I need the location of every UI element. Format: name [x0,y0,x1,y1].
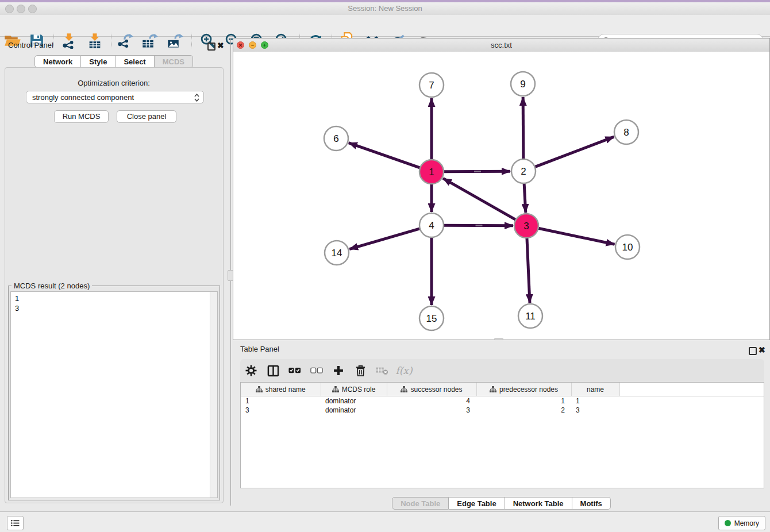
control-panel-close-icon[interactable]: ✖ [217,41,224,49]
table-row[interactable]: 1dominator411 [241,396,764,406]
table-tab-edge-table[interactable]: Edge Table [449,497,505,510]
table-row[interactable]: 3dominator323 [241,406,764,415]
deselect-all-icon [310,367,323,374]
cell-filler [619,406,764,415]
table-tab-network-table[interactable]: Network Table [505,497,572,510]
column-header-predecessor_nodes[interactable]: predecessor nodes [476,383,571,396]
attribute-tree-icon [332,386,339,392]
graph-edge-2-3[interactable] [524,183,526,213]
graph-node-label: 10 [622,242,633,253]
graph-node-label: 8 [623,127,629,138]
attribute-tree-icon [256,386,263,392]
optimization-label: Optimization criterion: [0,79,228,87]
stepper-icon [194,92,200,105]
network-zoom-button[interactable]: + [261,41,268,49]
cell-predecessor_nodes[interactable]: 2 [476,406,571,415]
graph-node-label: 15 [426,313,437,324]
column-header-name[interactable]: name [571,383,619,396]
memory-label: Memory [734,519,759,527]
graph-edge-1-6[interactable] [349,143,420,168]
table-panel-float-icon[interactable] [749,347,757,355]
table-tab-node-table[interactable]: Node Table [392,497,449,510]
cell-successor_nodes[interactable]: 3 [387,406,476,415]
graph-node-label: 4 [429,220,434,231]
table-panel-close-icon[interactable]: ✖ [759,346,765,354]
column-header-shared_name[interactable]: shared name [241,383,321,396]
list-icon [10,519,20,527]
cell-shared_name[interactable]: 3 [241,406,321,415]
mcds-result-area[interactable]: 13 [10,291,218,498]
network-minimize-button[interactable]: − [249,41,256,49]
graph-node-label: 7 [429,80,434,91]
select-all-button[interactable] [284,359,306,382]
main-toolbar [0,15,770,37]
cell-name[interactable]: 3 [571,406,619,415]
cell-shared_name[interactable]: 1 [241,396,321,406]
column-header-filler [619,383,764,396]
attribute-tree-icon [401,386,407,392]
cell-mcds_role[interactable]: dominator [321,406,387,415]
column-header-label: shared name [265,385,306,394]
close-panel-button[interactable]: Close panel [117,110,176,123]
network-window-titlebar: scc.txt ✕ − + [233,38,769,52]
graph-edge-3-11[interactable] [527,238,530,303]
split-view-icon [267,365,279,377]
tab-mcds[interactable]: MCDS [155,55,193,68]
add-column-button[interactable] [328,359,349,382]
control-panel-title: Control Panel [8,41,53,49]
cell-predecessor_nodes[interactable]: 1 [476,396,571,406]
function-builder-button[interactable]: f(x) [393,359,415,382]
cell-name[interactable]: 1 [571,396,619,406]
graph-edge-3-1[interactable] [443,178,516,219]
column-header-label: predecessor nodes [499,385,558,394]
graph-edge-4-14[interactable] [349,229,420,249]
cell-successor_nodes[interactable]: 4 [387,396,476,406]
status-bar: Memory [0,511,770,532]
network-window: scc.txt ✕ − + 7968124314101511 [233,38,770,340]
delete-table-icon [375,365,389,376]
table-tab-motifs[interactable]: Motifs [572,497,611,510]
mcds-result-line: 3 [15,303,210,313]
edge-label-mark [474,171,481,172]
mcds-result-groupbox: MCDS result (2 nodes) 13 [8,286,220,500]
memory-button[interactable]: Memory [718,516,765,530]
graph-node-label: 11 [525,311,536,322]
plus-icon [333,365,344,376]
delete-column-button[interactable] [349,359,371,382]
deselect-all-button[interactable] [306,359,328,382]
cell-mcds_role[interactable]: dominator [321,396,387,406]
edge-label-mark [476,225,483,226]
control-panel-float-icon[interactable] [207,43,215,51]
memory-status-icon [725,520,731,526]
graph-node-label: 3 [523,221,529,232]
graph-node-label: 1 [429,167,434,178]
cell-filler [619,396,764,406]
network-canvas[interactable]: 7968124314101511 [233,52,769,340]
delete-table-button[interactable] [371,359,393,382]
graph-edge-2-8[interactable] [535,137,614,167]
table-panel: Table Panel ✖ f(x) shared nameMCDS roles… [233,340,770,511]
task-history-button[interactable] [7,516,24,530]
column-header-mcds_role[interactable]: MCDS role [321,383,387,396]
graph-node-label: 6 [333,133,338,144]
graph-edge-3-10[interactable] [538,228,615,244]
control-panel-tabs: NetworkStyleSelectMCDS [0,55,228,68]
settings-button[interactable] [240,359,262,382]
table-panel-title: Table Panel [240,345,279,353]
mcds-result-title: MCDS result (2 nodes) [11,282,92,290]
mcds-result-lines: 13 [11,292,210,498]
split-view-button[interactable] [262,359,284,382]
network-window-title: scc.txt [233,38,769,52]
network-close-button[interactable]: ✕ [237,41,244,49]
tab-style[interactable]: Style [81,55,116,68]
criterion-select[interactable]: strongly connected component [26,91,204,103]
result-scrollbar[interactable] [210,292,217,498]
table-tabs: Node TableEdge TableNetwork TableMotifs [233,497,770,510]
column-header-label: MCDS role [342,385,376,394]
tab-network[interactable]: Network [34,55,81,68]
run-mcds-button[interactable]: Run MCDS [54,110,109,123]
table-toolbar: f(x) [240,359,764,382]
graph-edge-2-9[interactable] [523,97,523,159]
tab-select[interactable]: Select [116,55,154,68]
column-header-successor_nodes[interactable]: successor nodes [387,383,476,396]
